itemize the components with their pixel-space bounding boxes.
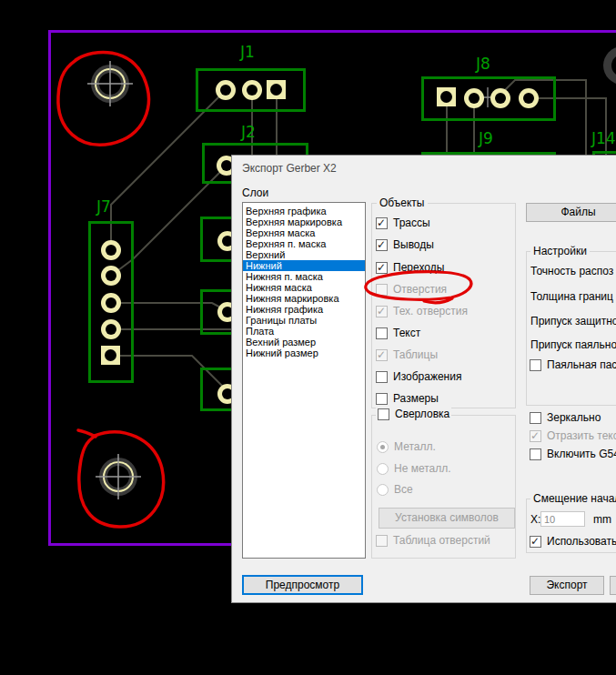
checkbox[interactable] (376, 217, 388, 229)
layer-list[interactable]: Верхняя графика Верхняя маркировка Верхн… (242, 202, 366, 559)
dialog-title: Экспорт Gerber X2 (242, 162, 337, 175)
checkbox[interactable] (376, 327, 388, 339)
checkbox[interactable] (376, 371, 388, 383)
checkbox (376, 349, 388, 361)
export-gerber-dialog: Экспорт Gerber X2 Слои Верхняя графика В… (231, 155, 616, 603)
checkbox (376, 284, 388, 296)
checkbox-row-dimensions[interactable]: Размеры (376, 392, 439, 405)
layers-label: Слои (242, 186, 268, 199)
pad (519, 88, 539, 108)
pad (216, 80, 236, 100)
layer-item[interactable]: Границы платы (243, 315, 365, 326)
layer-item-selected[interactable]: Нижний (243, 260, 365, 271)
export-button[interactable]: Экспорт (530, 576, 604, 595)
files-button[interactable]: Файлы (526, 203, 616, 222)
checkbox-row-tables: Таблицы (376, 348, 438, 361)
pad-square (437, 87, 456, 106)
checkbox[interactable] (376, 239, 388, 251)
pad (101, 240, 121, 260)
checkbox-label[interactable]: Переходы (393, 261, 444, 274)
layer-item[interactable]: Верхняя маска (243, 227, 365, 238)
checkbox-row-holes: Отверстия (376, 283, 447, 296)
layer-item[interactable]: Вехний размер (243, 337, 365, 348)
layer-item[interactable]: Нижняя маска (243, 282, 365, 293)
checkbox-row-text[interactable]: Текст (376, 327, 420, 339)
checkbox-label[interactable]: Трассы (393, 217, 430, 229)
pad-square (267, 80, 286, 99)
settings-group-label: Настройки (530, 245, 590, 257)
radio-button (377, 463, 389, 475)
radio-row-non-metal: Не металл. (377, 462, 451, 475)
ref-label-j9: J9 (479, 129, 493, 147)
checkbox-label: Тех. отверстия (393, 305, 468, 317)
radio-button (377, 484, 389, 496)
pad (101, 293, 121, 313)
checkbox-row-pads[interactable]: Выводы (376, 238, 434, 251)
checkbox-label: Таблица отверстий (393, 534, 490, 547)
radio-button (377, 441, 389, 453)
pad (242, 80, 262, 100)
checkbox-label: Таблицы (393, 348, 438, 361)
layer-item[interactable]: Верхний (243, 249, 365, 260)
checkbox-label: Отверстия (393, 283, 447, 296)
ref-label-j7: J7 (96, 197, 111, 216)
preview-button[interactable]: Предпросмотр (242, 575, 363, 595)
layer-item[interactable]: Нижняя маркировка (243, 293, 365, 304)
pad (490, 88, 510, 108)
offset-group-label: Смещение начал (530, 492, 616, 505)
checkbox[interactable] (530, 412, 541, 424)
x-offset-input[interactable] (540, 511, 585, 527)
ref-label-j8: J8 (476, 55, 490, 73)
mounting-hole-bottom-left (96, 454, 141, 499)
radio-row-all: Все (377, 483, 413, 496)
layer-item[interactable]: Нижний размер (243, 348, 365, 358)
checkbox-label[interactable]: Текст (393, 327, 420, 339)
checkbox (376, 535, 388, 547)
pad (464, 88, 484, 108)
layer-item[interactable]: Плата (243, 326, 365, 337)
checkbox-label: Отразить текс (547, 429, 616, 442)
checkbox[interactable] (530, 536, 541, 548)
checkbox-row-solder-paste[interactable]: Паяльная пас (530, 358, 616, 371)
checkbox-row-vias[interactable]: Переходы (376, 261, 444, 274)
checkbox-label[interactable]: Паяльная пас (547, 358, 616, 371)
layer-item[interactable]: Нижняя п. маска (243, 271, 365, 282)
checkbox-row-drill[interactable]: Сверловка (376, 408, 451, 420)
mounting-hole-top-left (87, 61, 133, 106)
layer-item[interactable]: Верхняя графика (243, 206, 365, 217)
layer-item[interactable]: Верхняя маркировка (243, 217, 365, 227)
checkbox-label[interactable]: Выводы (393, 238, 434, 251)
checkbox-row-reflect-text: Отразить текс (530, 429, 616, 442)
checkbox (530, 430, 541, 442)
close-button-partial[interactable]: З (610, 576, 616, 595)
set-symbols-button: Установка символов (379, 508, 515, 529)
checkbox-row-images[interactable]: Изображения (376, 370, 461, 383)
checkbox-label[interactable]: Сверловка (395, 408, 449, 420)
checkbox-label[interactable]: Использовать (547, 535, 616, 548)
layer-item[interactable]: Нижняя графика (243, 304, 365, 315)
checkbox[interactable] (378, 408, 389, 420)
radio-label: Все (394, 483, 413, 496)
setting-label: Толщина границ (530, 290, 613, 303)
checkbox[interactable] (376, 393, 388, 405)
ref-label-j14: J14 (591, 129, 616, 147)
checkbox[interactable] (530, 448, 541, 460)
checkbox-row-tech-holes: Тех. отверстия (376, 305, 468, 317)
checkbox-label[interactable]: Изображения (393, 370, 461, 383)
setting-label: Припуск защитно (530, 315, 616, 327)
pad (101, 266, 121, 286)
checkbox[interactable] (530, 359, 541, 371)
checkbox-row-use[interactable]: Использовать (530, 535, 616, 548)
layer-item[interactable]: Верхняя п. маска (243, 238, 365, 249)
x-label: X: (530, 513, 540, 526)
checkbox-row-hole-table: Таблица отверстий (376, 534, 490, 547)
checkbox-row-traces[interactable]: Трассы (376, 217, 430, 229)
checkbox-label[interactable]: Размеры (393, 392, 439, 405)
setting-label: Точность распоз (530, 265, 613, 277)
app-window: J1 J2 J7 J8 J9 J14 Экспорт Gerber X2 Сло… (0, 0, 616, 675)
checkbox-row-mirror[interactable]: Зеркально (530, 411, 601, 424)
checkbox-row-g54[interactable]: Включить G54 (530, 448, 616, 460)
checkbox[interactable] (376, 262, 388, 274)
checkbox-label[interactable]: Включить G54 (547, 448, 616, 460)
checkbox-label[interactable]: Зеркально (547, 411, 601, 424)
